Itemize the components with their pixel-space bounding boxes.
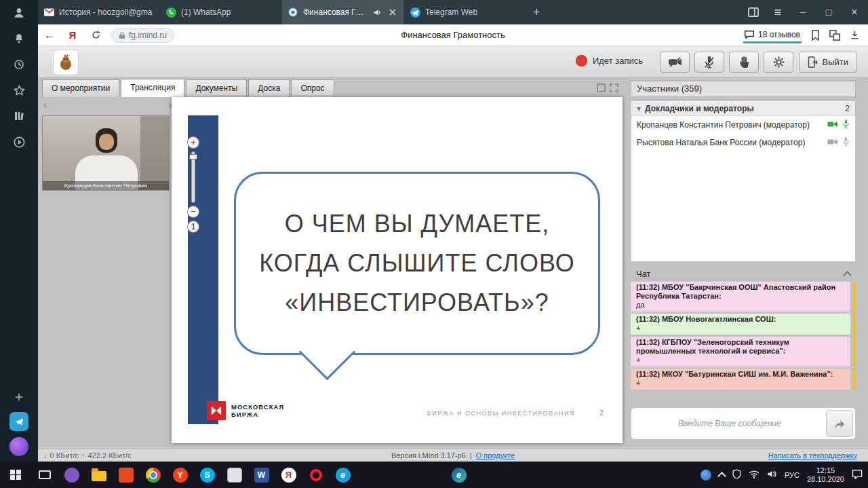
restore-layout-icon[interactable]: [597, 83, 606, 92]
raise-hand-button[interactable]: [729, 52, 759, 73]
profile-icon[interactable]: [0, 0, 38, 26]
tab-panel-icon[interactable]: [742, 0, 765, 24]
reload-button[interactable]: [84, 24, 107, 46]
browser-tab-whatsapp[interactable]: (1) WhatsApp: [160, 0, 282, 24]
unread-marker: [852, 314, 856, 335]
settings-gear-icon[interactable]: [764, 52, 793, 73]
edge-icon[interactable]: e: [450, 466, 468, 484]
right-panel: Участники (359) ▾ Докладчики и модератор…: [631, 81, 856, 447]
moex-logo: МОСКОВСКАЯ БИРЖА: [207, 401, 284, 420]
tab-title: (1) WhatsApp: [181, 7, 276, 17]
app-icon-red[interactable]: [117, 466, 135, 484]
history-clock-icon[interactable]: [0, 52, 38, 77]
clock-date: 28.10.2020: [807, 475, 844, 484]
send-message-button[interactable]: [826, 410, 853, 437]
bookmark-flag-icon[interactable]: [811, 30, 820, 41]
chat-message-list[interactable]: (11:32) МБОУ "Бакрчинская ООШ" Апастовск…: [631, 282, 856, 402]
participant-row[interactable]: Кропанцев Константин Петрович (модератор…: [631, 116, 855, 134]
collapse-chat-icon[interactable]: [843, 271, 852, 280]
chat-message-author: (11:32) КГБПОУ "Зеленогорский техникум п…: [636, 338, 845, 356]
telegram-icon: [410, 7, 420, 18]
zoom-slider-handle[interactable]: [189, 154, 197, 159]
zoom-control: + − 1: [186, 136, 201, 233]
skype-icon[interactable]: S: [198, 466, 216, 484]
speakers-group-header[interactable]: ▾ Докладчики и модераторы 2: [631, 101, 855, 116]
clock-time: 12:15: [807, 466, 844, 475]
yandex-icon[interactable]: Y: [171, 466, 189, 484]
tray-app-icon[interactable]: [701, 470, 711, 481]
slide-text-line: КОГДА СЛЫШИТЕ СЛОВО: [259, 244, 574, 283]
notifications-bell-icon[interactable]: [0, 26, 38, 52]
zoom-slider[interactable]: [191, 151, 195, 203]
version-info: Версия i.Mind 3.17-р6 | О продукте: [391, 451, 515, 459]
zoom-reset-button[interactable]: 1: [187, 221, 199, 233]
zoom-in-button[interactable]: +: [187, 136, 199, 149]
tray-chevron-up-icon[interactable]: [717, 472, 726, 481]
upload-arrow-icon: ↑: [81, 451, 85, 459]
video-player-icon[interactable]: [0, 129, 38, 155]
opera-icon[interactable]: [307, 466, 325, 484]
security-shield-icon[interactable]: [732, 469, 741, 481]
collapse-triangle-icon[interactable]: ▾: [637, 104, 641, 113]
minimize-button[interactable]: ─: [791, 0, 815, 24]
alice-icon[interactable]: [9, 437, 28, 456]
page-title: Финансовая Грамотность: [401, 30, 505, 40]
fullscreen-icon[interactable]: [610, 83, 618, 92]
menu-icon[interactable]: ≡: [766, 0, 789, 24]
prev-video-chevron[interactable]: ‹: [43, 100, 47, 110]
whatsapp-icon: [165, 7, 176, 18]
windows-start-button[interactable]: [0, 462, 31, 488]
close-button[interactable]: ×: [842, 0, 867, 24]
tab-poll[interactable]: Опрос: [291, 79, 334, 97]
internet-explorer-icon[interactable]: e: [334, 466, 352, 484]
speaker-video-thumbnail[interactable]: Кропанцев Константин Петрович: [42, 115, 170, 191]
mail-app-icon[interactable]: [225, 466, 243, 484]
task-view-icon[interactable]: [35, 466, 54, 484]
browser-tab-imind[interactable]: Финансовая Грамот: [282, 0, 404, 24]
add-panel-icon[interactable]: [13, 391, 25, 406]
tab-close-icon[interactable]: [387, 7, 398, 18]
back-button[interactable]: ←: [38, 24, 61, 46]
chat-message: (11:32) МБОУ Новогагатлинская СОШ: +: [631, 314, 856, 335]
downloads-icon[interactable]: [850, 30, 860, 40]
tab-about-event[interactable]: О мероприятии: [42, 79, 119, 97]
chat-input[interactable]: [633, 410, 826, 437]
exit-button[interactable]: Выйти: [799, 52, 858, 73]
browser-tab-bar: История - hoozgoll@gma (1) WhatsApp Фина…: [38, 0, 868, 24]
browser-tab-telegram[interactable]: Telegram Web: [404, 0, 526, 24]
tab-whiteboard[interactable]: Доска: [248, 79, 290, 97]
zoom-out-button[interactable]: −: [187, 206, 199, 218]
reading-list-icon[interactable]: [0, 103, 38, 129]
volume-icon[interactable]: [767, 470, 777, 480]
keyboard-language[interactable]: РУС: [785, 471, 800, 479]
chat-message-text: +: [636, 324, 845, 333]
telegram-sidebar-icon[interactable]: [9, 412, 28, 431]
yandex-browser-icon[interactable]: Я: [279, 466, 298, 484]
mic-toggle-button[interactable]: [694, 52, 724, 73]
speech-bubble: О ЧЕМ ВЫ ДУМАЕТЕ, КОГДА СЛЫШИТЕ СЛОВО «И…: [234, 172, 600, 355]
taskbar-clock[interactable]: 12:15 28.10.2020: [807, 466, 844, 484]
support-link[interactable]: Написать в техподдержку: [768, 451, 857, 459]
app-icon-purple[interactable]: [62, 466, 81, 484]
network-wifi-icon[interactable]: [749, 470, 760, 480]
gmail-icon: [43, 7, 54, 18]
new-tab-button[interactable]: +: [526, 0, 547, 24]
windows-logo-icon: [10, 470, 21, 481]
participant-row[interactable]: Рысятова Наталья Банк России (модератор): [631, 134, 855, 151]
collections-icon[interactable]: [829, 30, 840, 41]
camera-toggle-button[interactable]: [660, 52, 690, 73]
maximize-button[interactable]: □: [816, 0, 841, 24]
reviews-button[interactable]: 18 отзывов: [743, 26, 802, 43]
tab-broadcast[interactable]: Трансляция: [121, 79, 184, 97]
tab-documents[interactable]: Документы: [186, 79, 247, 97]
yandex-home-button[interactable]: Я: [61, 24, 84, 46]
tab-audio-icon[interactable]: [372, 7, 382, 18]
notification-center-icon[interactable]: [852, 469, 863, 481]
file-explorer-icon[interactable]: [90, 466, 108, 484]
browser-tab-gmail[interactable]: История - hoozgoll@gma: [38, 0, 160, 24]
bookmarks-star-icon[interactable]: [0, 77, 38, 103]
chrome-icon[interactable]: [144, 466, 162, 484]
about-product-link[interactable]: О продукте: [476, 451, 515, 459]
word-icon[interactable]: W: [252, 466, 271, 484]
address-bar[interactable]: fg.imind.ru: [111, 28, 174, 43]
